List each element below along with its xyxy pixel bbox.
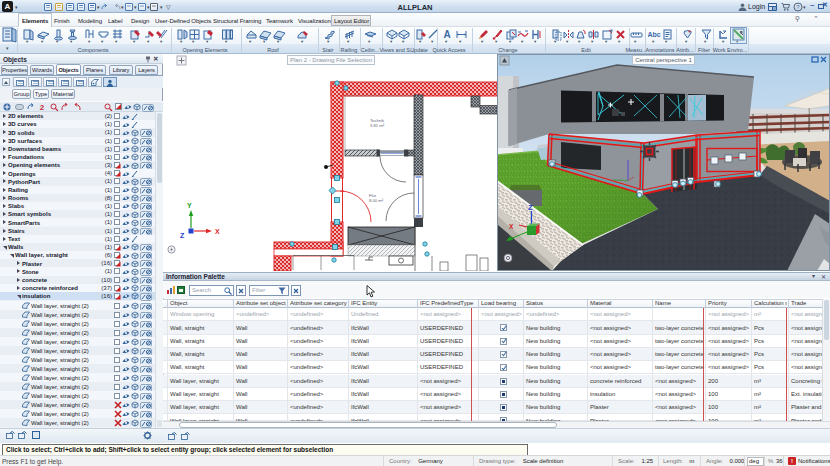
- svg-text:Z: Z: [180, 232, 185, 239]
- svg-text:X: X: [215, 228, 220, 235]
- svg-text:Y: Y: [187, 202, 192, 209]
- svg-text:2: 2: [40, 103, 45, 111]
- svg-text:?: ?: [796, 4, 800, 10]
- svg-text:X: X: [509, 223, 514, 230]
- svg-text:8.00 m²: 8.00 m²: [369, 198, 384, 203]
- svg-text:Abc: Abc: [648, 31, 661, 38]
- svg-text:Z: Z: [528, 203, 533, 212]
- svg-text:3.81 m²: 3.81 m²: [370, 123, 385, 128]
